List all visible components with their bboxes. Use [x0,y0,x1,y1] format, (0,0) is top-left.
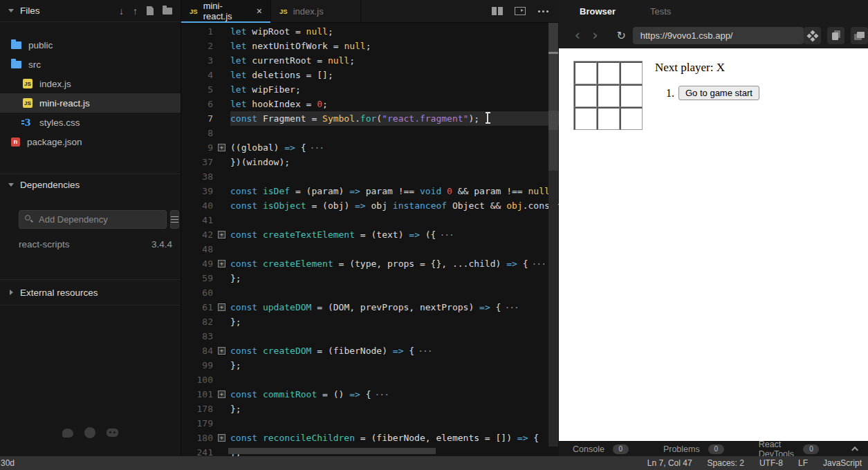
status-utf-8[interactable]: UTF-8 [759,458,783,468]
refresh-icon[interactable]: ↻ [616,30,625,41]
open-in-new-window-button[interactable] [851,27,868,44]
github-icon[interactable] [84,427,95,438]
file-tree-item-public[interactable]: public [0,35,181,55]
vertical-scrollbar[interactable] [548,23,558,446]
files-header[interactable]: Files ↓ ↑ [0,0,181,22]
browser-tab-tests[interactable]: Tests [650,6,671,17]
code-line-101[interactable]: 101+const commitRoot = () => {··· [181,387,559,402]
code-line-39[interactable]: 39const isDef = (param) => param !== voi… [181,184,559,198]
file-tree-item-index.js[interactable]: JSindex.js [0,74,181,93]
code-editor[interactable]: 1let wipRoot = null;2let nextUnitOfWork … [181,23,559,456]
board-cell-0[interactable] [574,62,597,84]
board-cell-8[interactable] [620,107,643,130]
browser-tab-browser[interactable]: Browser [580,6,616,17]
fold-icon[interactable]: + [218,391,225,398]
fold-icon[interactable]: + [218,144,225,151]
upload-icon[interactable]: ↑ [133,6,138,16]
move-item: 1.Go to game start [655,86,759,100]
status-ln-7-col-47[interactable]: Ln 7, Col 47 [647,458,692,468]
dependency-menu-button[interactable] [170,210,179,229]
social-links [62,427,118,438]
code-line-99[interactable]: 99}; [181,358,559,373]
fold-icon[interactable]: + [218,231,225,238]
code-line-6[interactable]: 6let hookIndex = 0; [181,97,559,111]
code-line-41[interactable]: 41 [181,213,559,227]
tab-mini-react.js[interactable]: JSmini-react.js× [181,0,271,22]
file-tree-item-src[interactable]: src [0,55,181,74]
board-cell-3[interactable] [574,84,597,107]
external-resources-header[interactable]: External resources [0,280,181,305]
console-item-console[interactable]: Console0 [573,444,629,454]
collapse-console-icon[interactable] [852,446,859,453]
code-text: }; [230,271,559,285]
code-line-179[interactable]: 179 [181,416,559,431]
code-line-180[interactable]: 180+const reconcileChildren = (fiberNode… [181,431,559,445]
code-line-82[interactable]: 82}; [181,314,559,329]
file-tree-item-package.json[interactable]: npackage.json [0,132,181,151]
fold-icon[interactable]: + [218,260,225,267]
tab-index.js[interactable]: JSindex.js [271,0,361,22]
fold-icon[interactable]: + [218,434,225,442]
code-line-2[interactable]: 2let nextUnitOfWork = null; [181,39,559,53]
code-line-40[interactable]: 40const isObject = (obj) => obj instance… [181,198,559,213]
dependencies-header[interactable]: Dependencies [0,174,181,196]
files-header-label: Files [20,6,40,16]
more-options-icon[interactable] [542,10,544,12]
code-text [230,373,559,387]
add-dependency-input[interactable] [19,210,167,229]
new-file-icon[interactable] [147,6,154,15]
discord-icon[interactable] [107,429,118,437]
file-tree-item-mini-react.js[interactable]: JSmini-react.js [0,93,181,113]
back-icon[interactable]: ‹ [569,28,587,43]
fold-icon[interactable]: + [218,347,225,355]
scrollbar-handle[interactable] [548,23,558,171]
game-info: Next player: X 1.Go to game start [655,61,759,100]
copy-url-button[interactable] [827,27,844,44]
code-line-37[interactable]: 37})(window); [181,155,559,169]
code-line-3[interactable]: 3let currentRoot = null; [181,53,559,68]
board-cell-6[interactable] [574,107,597,130]
code-line-59[interactable]: 59}; [181,271,559,285]
fold-icon[interactable]: + [218,303,225,311]
file-tree-item-styles.css[interactable]: 3styles.css [0,113,181,132]
code-line-9[interactable]: 9+((global) => {··· [181,140,559,155]
code-line-7[interactable]: 7const Fragment = Symbol.for("react.frag… [181,111,559,126]
board-cell-1[interactable] [597,62,620,84]
twitter-icon[interactable] [62,429,73,438]
code-line-61[interactable]: 61+const updateDOM = (DOM, prevProps, ne… [181,300,559,314]
responsive-mode-button[interactable] [804,27,821,44]
horizontal-scrollbar[interactable] [228,448,436,454]
split-editor-icon[interactable] [492,7,503,15]
board-cell-7[interactable] [597,107,620,130]
download-icon[interactable]: ↓ [119,6,124,16]
status-spaces-2[interactable]: Spaces: 2 [708,458,744,468]
new-folder-icon[interactable] [163,8,172,15]
code-line-42[interactable]: 42+const createTextElement = (text) => (… [181,227,559,242]
board-cell-2[interactable] [620,62,643,84]
code-line-4[interactable]: 4let deletions = []; [181,68,559,82]
status-lf[interactable]: LF [798,458,808,468]
status-javascript[interactable]: JavaScript [823,458,862,468]
code-line-38[interactable]: 38 [181,169,559,184]
open-preview-icon[interactable] [515,7,526,15]
code-line-49[interactable]: 49+const createElement = (type, props = … [181,256,559,271]
responsive-icon [806,30,818,41]
code-line-1[interactable]: 1let wipRoot = null; [181,24,559,39]
url-bar[interactable]: https://9vovo1.csb.app/ [633,27,804,44]
code-line-83[interactable]: 83 [181,329,559,344]
close-icon[interactable]: × [257,6,262,16]
code-line-60[interactable]: 60 [181,285,559,300]
code-line-5[interactable]: 5let wipFiber; [181,82,559,97]
code-line-100[interactable]: 100 [181,373,559,387]
forward-icon[interactable]: › [587,28,604,43]
code-line-48[interactable]: 48 [181,242,559,256]
board-cell-4[interactable] [597,84,620,107]
code-line-8[interactable]: 8 [181,126,559,140]
code-line-84[interactable]: 84+const createDOM = (fiberNode) => {··· [181,344,559,358]
dependency-row[interactable]: react-scripts 3.4.4 [19,239,172,250]
console-item-problems[interactable]: Problems0 [663,444,724,454]
code-line-178[interactable]: 178}; [181,402,559,416]
chevron-right-icon [10,290,13,295]
go-to-game-start-button[interactable]: Go to game start [678,86,759,100]
board-cell-5[interactable] [620,84,643,107]
